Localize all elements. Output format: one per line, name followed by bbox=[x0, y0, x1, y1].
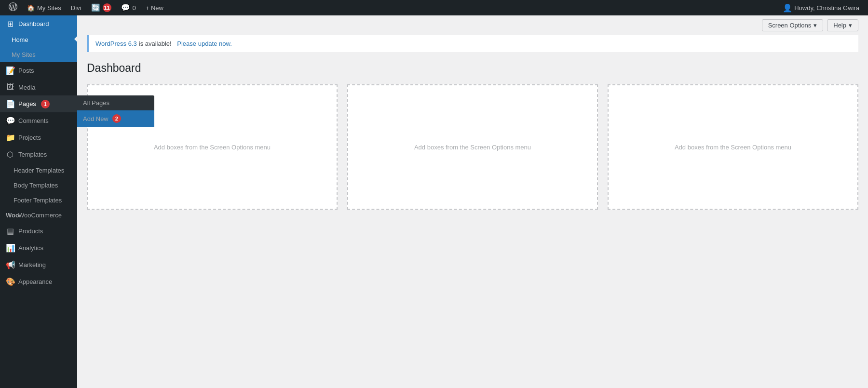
dashboard-box-3: Add boxes from the Screen Options menu bbox=[608, 84, 858, 210]
howdy-text: Howdy, Christina Gwira bbox=[794, 4, 859, 12]
comments-menu-icon: 💬 bbox=[6, 116, 14, 125]
home-icon: 🏠 bbox=[27, 4, 35, 12]
my-sites-label: My Sites bbox=[37, 4, 61, 12]
sidebar-item-comments[interactable]: 💬 Comments bbox=[0, 112, 77, 129]
updates-icon: 🔄 bbox=[91, 3, 100, 12]
sidebar-item-woocommerce[interactable]: Woo WooCommerce bbox=[0, 208, 77, 223]
sidebar-item-media[interactable]: 🖼 Media bbox=[0, 79, 77, 95]
sidebar-item-dashboard[interactable]: ⊞ Dashboard Home My Sites bbox=[0, 15, 77, 62]
updates-button[interactable]: 🔄 11 bbox=[86, 0, 116, 15]
dashboard-columns: Add boxes from the Screen Options menu A… bbox=[87, 84, 858, 210]
comments-button[interactable]: 💬 0 bbox=[116, 0, 141, 15]
comments-icon: 💬 bbox=[121, 3, 130, 12]
products-icon: ▤ bbox=[6, 227, 14, 236]
sidebar-item-appearance[interactable]: 🎨 Appearance bbox=[0, 273, 77, 290]
help-label: Help bbox=[833, 22, 846, 29]
wp-logo-button[interactable] bbox=[4, 0, 22, 15]
wp-logo-icon bbox=[9, 2, 17, 13]
appearance-label: Appearance bbox=[18, 278, 52, 285]
pages-badge: 1 bbox=[41, 100, 50, 108]
dashboard-icon: ⊞ bbox=[6, 19, 14, 28]
posts-icon: 📝 bbox=[6, 66, 14, 75]
marketing-label: Marketing bbox=[18, 261, 46, 268]
sidebar-item-analytics[interactable]: 📊 Analytics bbox=[0, 240, 77, 256]
products-label: Products bbox=[18, 227, 43, 235]
sidebar-item-posts[interactable]: 📝 Posts bbox=[0, 62, 77, 79]
dashboard-box-2-text: Add boxes from the Screen Options menu bbox=[414, 144, 531, 151]
marketing-icon: 📢 bbox=[6, 260, 14, 269]
media-label: Media bbox=[18, 84, 35, 91]
templates-icon: ⬡ bbox=[6, 150, 14, 159]
screen-options-chevron: ▾ bbox=[814, 22, 817, 29]
user-avatar-icon: 👤 bbox=[783, 3, 792, 13]
dashboard-box-3-text: Add boxes from the Screen Options menu bbox=[675, 144, 791, 151]
my-sites-button[interactable]: 🏠 My Sites bbox=[22, 0, 66, 15]
add-new-badge: 2 bbox=[112, 114, 121, 123]
pages-submenu: All Pages Add New 2 bbox=[77, 95, 154, 127]
notice-message: is available! bbox=[139, 40, 172, 47]
woocommerce-label: WooCommerce bbox=[18, 212, 62, 219]
page-title: Dashboard bbox=[87, 62, 858, 75]
home-sub-label: Home bbox=[12, 36, 28, 43]
help-button[interactable]: Help ▾ bbox=[827, 19, 858, 31]
screen-options-label: Screen Options bbox=[768, 22, 812, 29]
help-chevron: ▾ bbox=[849, 22, 852, 29]
sidebar-item-dashboard-label: Dashboard bbox=[18, 20, 49, 27]
comments-count: 0 bbox=[133, 4, 136, 12]
analytics-label: Analytics bbox=[18, 244, 43, 252]
update-now-link[interactable]: Please update now. bbox=[177, 40, 231, 47]
content-topbar: Screen Options ▾ Help ▾ bbox=[87, 15, 858, 35]
analytics-icon: 📊 bbox=[6, 243, 14, 253]
submenu-add-new[interactable]: Add New 2 bbox=[77, 110, 154, 127]
sidebar: ⊞ Dashboard Home My Sites bbox=[0, 15, 77, 388]
update-notice: WordPress 6.3 is available! Please updat… bbox=[87, 35, 858, 52]
divi-button[interactable]: Divi bbox=[66, 0, 86, 15]
admin-bar: 🏠 My Sites Divi 🔄 11 💬 0 + New 👤 Howdy, … bbox=[0, 0, 868, 15]
submenu-all-pages[interactable]: All Pages bbox=[77, 95, 154, 110]
pages-icon: 📄 bbox=[6, 99, 14, 108]
sidebar-item-products[interactable]: ▤ Products bbox=[0, 223, 77, 240]
sidebar-item-body-templates[interactable]: Body Templates bbox=[0, 178, 77, 193]
comments-label: Comments bbox=[18, 117, 49, 124]
sidebar-item-pages[interactable]: 📄 Pages 1 All Pages Add N bbox=[0, 95, 77, 112]
screen-options-button[interactable]: Screen Options ▾ bbox=[762, 19, 824, 31]
pages-label: Pages bbox=[18, 100, 36, 107]
woocommerce-icon: Woo bbox=[6, 212, 14, 219]
sidebar-subitem-my-sites[interactable]: My Sites bbox=[0, 47, 77, 62]
projects-label: Projects bbox=[18, 134, 41, 141]
user-info[interactable]: 👤 Howdy, Christina Gwira bbox=[778, 3, 864, 13]
posts-label: Posts bbox=[18, 67, 34, 74]
sidebar-item-marketing[interactable]: 📢 Marketing bbox=[0, 256, 77, 273]
sidebar-item-projects[interactable]: 📁 Projects bbox=[0, 129, 77, 146]
new-label: + New bbox=[146, 4, 163, 12]
footer-templates-label: Footer Templates bbox=[14, 197, 62, 204]
media-icon: 🖼 bbox=[6, 83, 14, 92]
all-pages-label: All Pages bbox=[83, 99, 109, 107]
body-templates-label: Body Templates bbox=[14, 182, 58, 189]
divi-label: Divi bbox=[71, 4, 81, 12]
updates-count: 11 bbox=[103, 3, 111, 12]
sidebar-item-header-templates[interactable]: Header Templates bbox=[0, 163, 77, 178]
header-templates-label: Header Templates bbox=[14, 167, 64, 174]
wp-version-link[interactable]: WordPress 6.3 bbox=[95, 40, 137, 47]
new-content-button[interactable]: + New bbox=[141, 0, 168, 15]
my-sites-sub-label: My Sites bbox=[12, 51, 36, 58]
templates-label: Templates bbox=[18, 151, 47, 158]
dashboard-box-1-text: Add boxes from the Screen Options menu bbox=[154, 144, 271, 151]
add-new-label: Add New bbox=[83, 115, 108, 122]
projects-icon: 📁 bbox=[6, 133, 14, 142]
sidebar-subitem-home[interactable]: Home bbox=[0, 32, 77, 47]
sidebar-item-templates[interactable]: ⬡ Templates bbox=[0, 146, 77, 163]
appearance-icon: 🎨 bbox=[6, 277, 14, 286]
dashboard-box-2: Add boxes from the Screen Options menu bbox=[347, 84, 598, 210]
sidebar-item-footer-templates[interactable]: Footer Templates bbox=[0, 193, 77, 208]
